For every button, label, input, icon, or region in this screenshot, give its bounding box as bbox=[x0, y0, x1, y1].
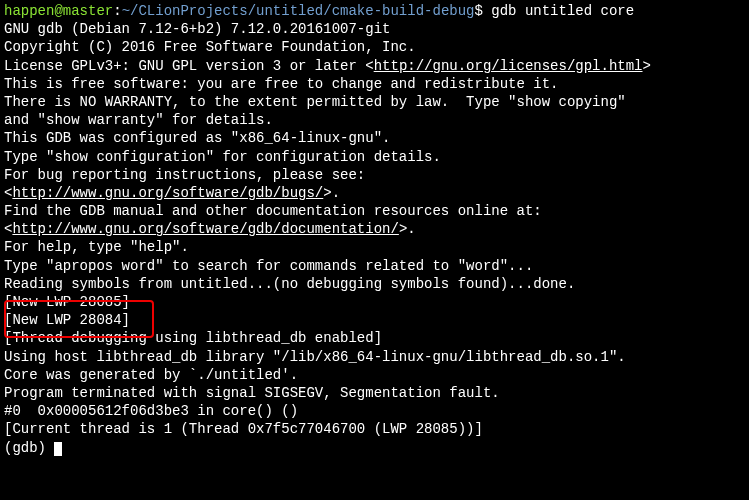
output-line: <http://www.gnu.org/software/gdb/bugs/>. bbox=[4, 184, 745, 202]
text-fragment: >. bbox=[323, 185, 340, 201]
output-line: Type "apropos word" to search for comman… bbox=[4, 257, 745, 275]
prompt-colon: : bbox=[113, 3, 121, 19]
output-line-new-lwp: [New LWP 28085] bbox=[4, 293, 745, 311]
gdb-prompt-line[interactable]: (gdb) bbox=[4, 439, 745, 457]
output-line: Type "show configuration" for configurat… bbox=[4, 148, 745, 166]
output-line: Program terminated with signal SIGSEGV, … bbox=[4, 384, 745, 402]
docs-url: http://www.gnu.org/software/gdb/document… bbox=[12, 221, 398, 237]
output-line: Copyright (C) 2016 Free Software Foundat… bbox=[4, 38, 745, 56]
output-line-new-lwp: [New LWP 28084] bbox=[4, 311, 745, 329]
output-line: This is free software: you are free to c… bbox=[4, 75, 745, 93]
output-line: <http://www.gnu.org/software/gdb/documen… bbox=[4, 220, 745, 238]
prompt-symbol: $ bbox=[474, 3, 491, 19]
output-line: Using host libthread_db library "/lib/x8… bbox=[4, 348, 745, 366]
output-line: There is NO WARRANTY, to the extent perm… bbox=[4, 93, 745, 111]
text-fragment: License GPLv3+: GNU GPL version 3 or lat… bbox=[4, 58, 374, 74]
output-line: GNU gdb (Debian 7.12-6+b2) 7.12.0.201610… bbox=[4, 20, 745, 38]
output-line: This GDB was configured as "x86_64-linux… bbox=[4, 129, 745, 147]
prompt-userhost: happen@master bbox=[4, 3, 113, 19]
output-line: For help, type "help". bbox=[4, 238, 745, 256]
output-line: and "show warranty" for details. bbox=[4, 111, 745, 129]
terminal-output[interactable]: happen@master:~/CLionProjects/untitled/c… bbox=[4, 2, 745, 457]
entered-command: gdb untitled core bbox=[491, 3, 634, 19]
bugs-url: http://www.gnu.org/software/gdb/bugs/ bbox=[12, 185, 323, 201]
output-line: #0 0x00005612f06d3be3 in core() () bbox=[4, 402, 745, 420]
gdb-prompt: (gdb) bbox=[4, 440, 54, 456]
output-line: License GPLv3+: GNU GPL version 3 or lat… bbox=[4, 57, 745, 75]
cursor-icon bbox=[54, 442, 62, 456]
text-fragment: > bbox=[643, 58, 651, 74]
output-line: Core was generated by `./untitled'. bbox=[4, 366, 745, 384]
output-line: For bug reporting instructions, please s… bbox=[4, 166, 745, 184]
output-line: [Current thread is 1 (Thread 0x7f5c77046… bbox=[4, 420, 745, 438]
text-fragment: >. bbox=[399, 221, 416, 237]
output-line: Find the GDB manual and other documentat… bbox=[4, 202, 745, 220]
output-line: Reading symbols from untitled...(no debu… bbox=[4, 275, 745, 293]
prompt-path: ~/CLionProjects/untitled/cmake-build-deb… bbox=[122, 3, 475, 19]
output-line: [Thread debugging using libthread_db ena… bbox=[4, 329, 745, 347]
shell-prompt-line: happen@master:~/CLionProjects/untitled/c… bbox=[4, 2, 745, 20]
license-url: http://gnu.org/licenses/gpl.html bbox=[374, 58, 643, 74]
